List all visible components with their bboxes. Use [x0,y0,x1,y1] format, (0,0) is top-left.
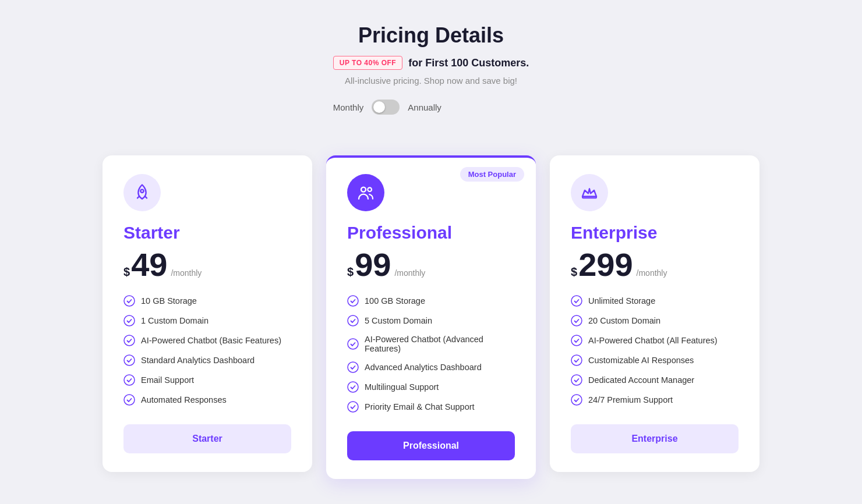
discount-text: for First 100 Customers. [408,57,529,69]
professional-plan-name: Professional [347,223,515,243]
svg-point-11 [348,339,358,349]
feature-text: Unlimited Storage [588,296,655,306]
list-item: 100 GB Storage [347,295,515,307]
svg-point-8 [368,187,372,191]
check-icon [123,374,135,386]
enterprise-card: Enterprise $ 299 /monthly Unlimited Stor… [550,155,759,472]
list-item: Email Support [123,374,291,386]
list-item: 10 GB Storage [123,295,291,307]
discount-badge: UP TO 40% OFF [333,56,402,70]
check-icon [347,401,359,413]
feature-text: AI-Powered Chatbot (Basic Features) [141,336,281,345]
list-item: AI-Powered Chatbot (Advanced Features) [347,335,515,353]
svg-point-16 [571,296,582,306]
feature-text: Advanced Analytics Dashboard [365,363,482,372]
enterprise-price: 299 [578,249,633,281]
monthly-label: Monthly [333,102,364,112]
starter-price: 49 [131,249,167,281]
starter-period: /monthly [171,268,202,278]
professional-cta-button[interactable]: Professional [347,431,515,460]
enterprise-plan-name: Enterprise [571,223,739,243]
list-item: Dedicated Account Manager [571,374,739,386]
starter-cta-button[interactable]: Starter [123,424,291,453]
billing-toggle-row: Monthly Annually [333,100,529,115]
feature-text: Priority Email & Chat Support [365,402,475,411]
discount-row: UP TO 40% OFF for First 100 Customers. [333,56,529,70]
starter-price-row: $ 49 /monthly [123,249,291,281]
svg-point-17 [571,315,582,326]
professional-price-row: $ 99 /monthly [347,249,515,281]
starter-features: 10 GB Storage 1 Custom Domain AI-Powered… [123,295,291,406]
svg-point-12 [348,362,358,372]
professional-card: Most Popular Professional $ 99 /monthly … [326,155,536,479]
professional-features: 100 GB Storage 5 Custom Domain AI-Powere… [347,295,515,413]
svg-point-7 [361,187,366,192]
starter-card: Starter $ 49 /monthly 10 GB Storage 1 Cu… [103,155,312,472]
crown-icon [580,183,599,202]
feature-text: AI-Powered Chatbot (Advanced Features) [365,335,515,353]
billing-toggle[interactable] [372,100,400,115]
svg-point-9 [348,296,358,306]
starter-icon-container [123,174,161,211]
check-icon [347,361,359,373]
check-icon [123,335,135,346]
list-item: Priority Email & Chat Support [347,401,515,413]
professional-price: 99 [355,249,391,281]
enterprise-icon-container [571,174,608,211]
svg-point-5 [124,375,135,385]
list-item: Automated Responses [123,394,291,406]
check-icon [571,354,582,366]
svg-point-14 [348,402,358,412]
feature-text: Email Support [141,375,194,385]
check-icon [123,295,135,307]
feature-text: 1 Custom Domain [141,316,209,325]
svg-point-18 [571,335,582,346]
enterprise-dollar: $ [571,265,577,279]
professional-icon-container [347,174,384,211]
check-icon [571,315,582,326]
toggle-knob [373,101,385,113]
svg-point-21 [571,395,582,405]
feature-text: AI-Powered Chatbot (All Features) [588,336,718,345]
svg-point-2 [124,315,135,326]
check-icon [571,335,582,346]
svg-point-3 [124,335,135,346]
professional-dollar: $ [347,265,354,279]
svg-point-10 [348,315,358,326]
users-icon [356,183,375,202]
check-icon [123,354,135,366]
pricing-cards: Starter $ 49 /monthly 10 GB Storage 1 Cu… [82,155,780,479]
list-item: AI-Powered Chatbot (Basic Features) [123,335,291,346]
list-item: Unlimited Storage [571,295,739,307]
annually-label: Annually [408,102,441,112]
check-icon [347,338,359,350]
svg-point-13 [348,382,358,392]
check-icon [571,374,582,386]
check-icon [123,394,135,406]
enterprise-cta-button[interactable]: Enterprise [571,424,739,453]
svg-point-20 [571,375,582,385]
professional-period: /monthly [394,268,425,278]
list-item: 1 Custom Domain [123,315,291,326]
check-icon [347,381,359,393]
svg-point-1 [124,296,135,306]
page-title: Pricing Details [333,23,529,48]
check-icon [123,315,135,326]
list-item: AI-Powered Chatbot (All Features) [571,335,739,346]
svg-point-4 [124,355,135,365]
starter-dollar: $ [123,265,130,279]
feature-text: Multilingual Support [365,382,439,392]
svg-rect-15 [582,197,596,198]
check-icon [347,295,359,307]
most-popular-badge: Most Popular [460,167,524,182]
feature-text: 10 GB Storage [141,296,197,306]
feature-text: 5 Custom Domain [365,316,432,325]
enterprise-period: /monthly [637,268,667,278]
feature-text: Dedicated Account Manager [588,375,694,385]
feature-text: Customizable AI Responses [588,356,694,365]
list-item: Standard Analytics Dashboard [123,354,291,366]
feature-text: Standard Analytics Dashboard [141,356,255,365]
feature-text: 24/7 Premium Support [588,395,673,404]
list-item: Advanced Analytics Dashboard [347,361,515,373]
list-item: 20 Custom Domain [571,315,739,326]
